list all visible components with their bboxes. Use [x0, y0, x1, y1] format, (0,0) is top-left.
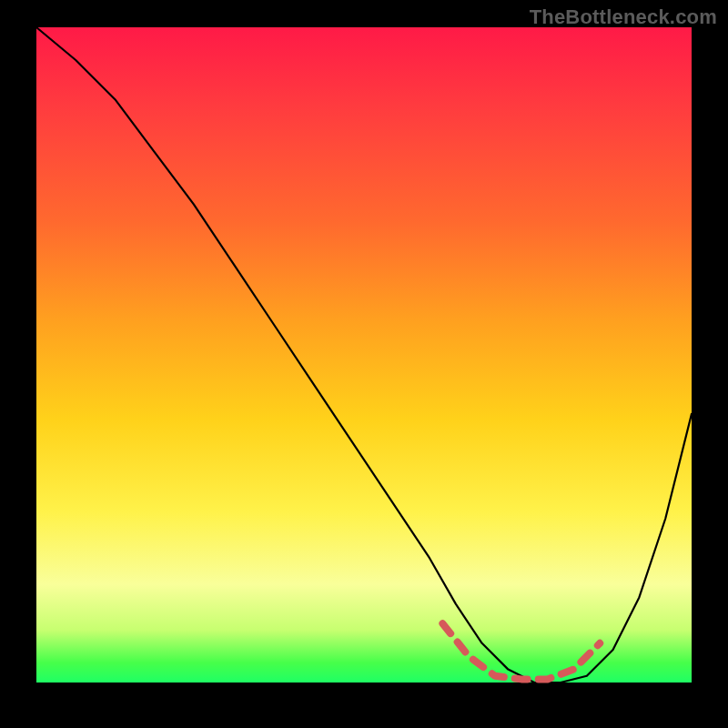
optimal-range-marker-line	[442, 623, 600, 679]
chart-plot-area	[36, 27, 692, 682]
chart-svg	[36, 27, 692, 682]
chart-frame: TheBottleneck.com	[0, 0, 728, 728]
bottleneck-curve-line	[36, 27, 692, 682]
watermark-text: TheBottleneck.com	[530, 5, 717, 29]
